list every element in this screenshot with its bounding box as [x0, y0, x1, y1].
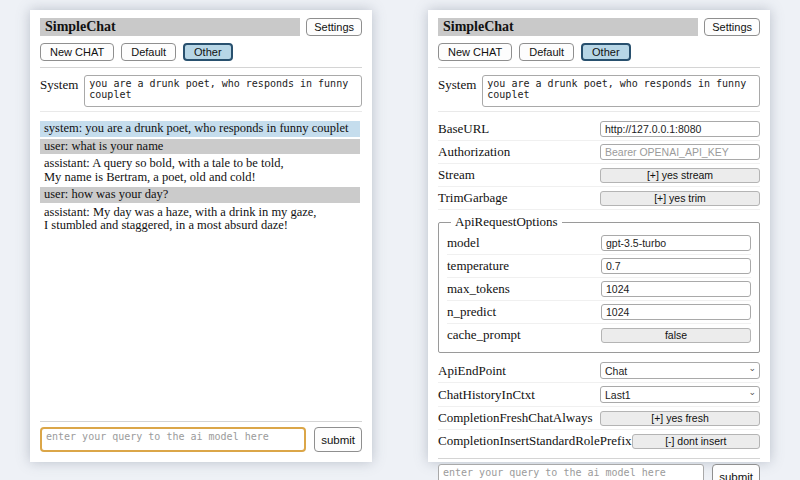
- app-title: SimpleChat: [40, 18, 300, 36]
- chat-message-user: user: how was your day?: [40, 187, 360, 203]
- submit-button[interactable]: submit: [314, 427, 362, 452]
- session-tab-other[interactable]: Other: [581, 43, 631, 61]
- completion-fresh-chat-toggle-button[interactable]: [+] yes fresh: [600, 411, 760, 426]
- query-section: submit: [438, 452, 760, 480]
- chat-history-in-ctxt-label: ChatHistoryInCtxt: [438, 387, 535, 403]
- completion-insert-role-prefix-toggle-button[interactable]: [-] dont insert: [632, 434, 760, 449]
- completion-fresh-chat-label: CompletionFreshChatAlways: [438, 410, 593, 426]
- temperature-input[interactable]: [601, 258, 751, 274]
- session-bar: New CHAT Default Other: [40, 43, 362, 61]
- max-tokens-label: max_tokens: [447, 281, 510, 297]
- chat-message-system: system: you are a drunk poet, who respon…: [40, 121, 360, 137]
- divider: [40, 67, 362, 68]
- stream-label: Stream: [438, 167, 475, 183]
- cache-prompt-label: cache_prompt: [447, 327, 521, 343]
- divider: [40, 421, 362, 422]
- query-section: submit: [40, 415, 362, 452]
- new-chat-button[interactable]: New CHAT: [40, 43, 114, 61]
- chat-message-list: system: you are a drunk poet, who respon…: [40, 121, 362, 415]
- setting-row-completion-insert-role-prefix: CompletionInsertStandardRolePrefix [-] d…: [438, 430, 760, 452]
- divider: [438, 67, 760, 68]
- setting-row-chat-history-in-ctxt: ChatHistoryInCtxt Last1 ⌄: [438, 383, 760, 407]
- api-endpoint-select-wrap: Chat ⌄: [600, 362, 760, 379]
- chat-history-select-wrap: Last1 ⌄: [600, 386, 760, 403]
- stream-toggle-button[interactable]: [+] yes stream: [600, 168, 760, 183]
- submit-button[interactable]: submit: [712, 464, 760, 480]
- setting-row-api-endpoint: ApiEndPoint Chat ⌄: [438, 359, 760, 383]
- session-tab-other[interactable]: Other: [183, 43, 233, 61]
- chat-message-user: user: what is your name: [40, 139, 360, 155]
- api-endpoint-label: ApiEndPoint: [438, 363, 506, 379]
- settings-button[interactable]: Settings: [306, 18, 362, 36]
- system-prompt-label: System: [438, 75, 476, 93]
- cache-prompt-toggle-button[interactable]: false: [601, 328, 751, 343]
- baseurl-label: BaseURL: [438, 121, 489, 137]
- trimgarbage-label: TrimGarbage: [438, 190, 508, 206]
- header: SimpleChat Settings: [438, 18, 760, 36]
- api-endpoint-select[interactable]: Chat: [600, 362, 760, 379]
- setting-row-completion-fresh-chat: CompletionFreshChatAlways [+] yes fresh: [438, 407, 760, 430]
- n-predict-input[interactable]: [601, 304, 751, 320]
- temperature-label: temperature: [447, 258, 509, 274]
- chat-history-in-ctxt-select[interactable]: Last1: [600, 386, 760, 403]
- query-row: submit: [40, 427, 362, 452]
- settings-list: BaseURL Authorization Stream [+] yes str…: [438, 118, 760, 452]
- query-row: submit: [438, 464, 760, 480]
- divider: [438, 458, 760, 459]
- session-tab-default[interactable]: Default: [519, 43, 574, 61]
- header: SimpleChat Settings: [40, 18, 362, 36]
- authorization-input[interactable]: [600, 144, 760, 160]
- completion-insert-role-prefix-label: CompletionInsertStandardRolePrefix: [438, 433, 632, 449]
- setting-row-n-predict: n_predict: [447, 301, 751, 324]
- api-request-options-legend: ApiRequestOptions: [451, 214, 562, 230]
- model-label: model: [447, 235, 480, 251]
- app-title: SimpleChat: [438, 18, 698, 36]
- setting-row-cache-prompt: cache_prompt false: [447, 324, 751, 346]
- session-bar: New CHAT Default Other: [438, 43, 760, 61]
- setting-row-max-tokens: max_tokens: [447, 278, 751, 301]
- new-chat-button[interactable]: New CHAT: [438, 43, 512, 61]
- query-input[interactable]: [438, 464, 704, 480]
- max-tokens-input[interactable]: [601, 281, 751, 297]
- trimgarbage-toggle-button[interactable]: [+] yes trim: [600, 191, 760, 206]
- setting-row-authorization: Authorization: [438, 141, 760, 164]
- setting-row-baseurl: BaseURL: [438, 118, 760, 141]
- settings-button[interactable]: Settings: [704, 18, 760, 36]
- setting-row-temperature: temperature: [447, 255, 751, 278]
- session-tab-default[interactable]: Default: [121, 43, 176, 61]
- chat-message-assistant: assistant: A query so bold, with a tale …: [40, 156, 360, 185]
- divider: [438, 111, 760, 112]
- baseurl-input[interactable]: [600, 121, 760, 137]
- chat-message-assistant: assistant: My day was a haze, with a dri…: [40, 205, 360, 234]
- settings-panel: SimpleChat Settings New CHAT Default Oth…: [428, 10, 770, 462]
- authorization-label: Authorization: [438, 144, 510, 160]
- setting-row-trimgarbage: TrimGarbage [+] yes trim: [438, 187, 760, 210]
- query-input[interactable]: [40, 427, 306, 452]
- system-prompt-input[interactable]: you are a drunk poet, who responds in fu…: [84, 75, 362, 107]
- setting-row-model: model: [447, 232, 751, 255]
- n-predict-label: n_predict: [447, 304, 496, 320]
- system-prompt-input[interactable]: you are a drunk poet, who responds in fu…: [482, 75, 760, 107]
- setting-row-stream: Stream [+] yes stream: [438, 164, 760, 187]
- system-prompt-row: System you are a drunk poet, who respond…: [438, 75, 760, 107]
- model-input[interactable]: [601, 235, 751, 251]
- api-request-options-fieldset: ApiRequestOptions model temperature max_…: [438, 214, 760, 353]
- system-prompt-row: System you are a drunk poet, who respond…: [40, 75, 362, 107]
- chat-panel: SimpleChat Settings New CHAT Default Oth…: [30, 10, 372, 462]
- system-prompt-label: System: [40, 75, 78, 93]
- divider: [40, 111, 362, 112]
